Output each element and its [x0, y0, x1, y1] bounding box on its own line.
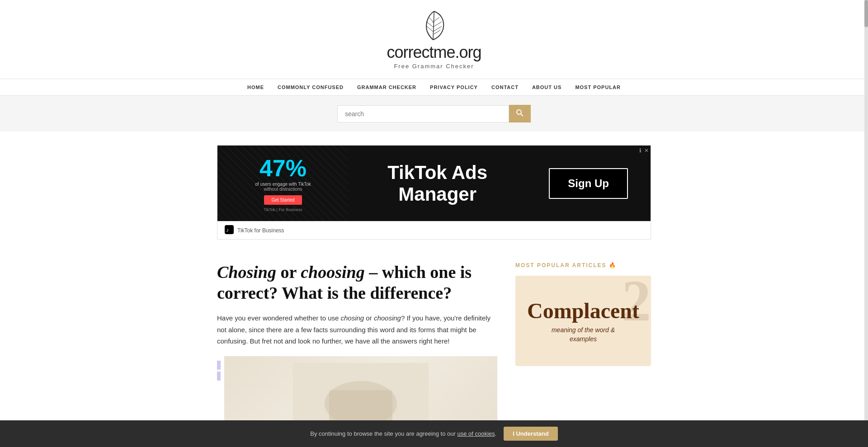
ad-info-icon[interactable]: ℹ [639, 147, 642, 154]
scrollbar[interactable] [864, 0, 868, 447]
cookie-accept-button[interactable]: I Understand [504, 427, 557, 441]
ad-signup-button[interactable]: Sign Up [549, 168, 628, 199]
search-input[interactable] [337, 105, 509, 122]
site-header: correctme.org Free Grammar Checker [0, 0, 868, 74]
site-logo-text[interactable]: correctme.org [387, 43, 481, 62]
sidebar: MOST POPULAR ARTICLES 🔥 2 Complacent mea… [515, 262, 651, 438]
article-intro: Have you ever wondered whether to use ch… [217, 312, 497, 347]
scrollbar-thumb[interactable] [864, 0, 868, 27]
nav-commonly-confused[interactable]: COMMONLY CONFUSED [278, 85, 344, 90]
ad-middle: TikTok Ads Manager [349, 153, 526, 214]
nav-grammar-checker[interactable]: GRAMMAR CHECKER [357, 85, 416, 90]
nav-privacy-policy[interactable]: PRIVACY POLICY [430, 85, 478, 90]
ad-line1: of users engage with TikTok [255, 182, 311, 187]
ad-close-icon[interactable]: ✕ [644, 147, 649, 154]
search-icon [516, 109, 524, 117]
svg-line-1 [521, 114, 523, 116]
ad-percent: 47% [259, 155, 307, 182]
ad-right: Sign Up [526, 159, 651, 208]
side-bars [217, 356, 224, 381]
main-content: Chosing or choosing – which one is corre… [217, 262, 497, 438]
sidebar-card-subtitle: meaning of the word &examples [552, 326, 615, 343]
cookie-text: By continuing to browse the site you are… [310, 430, 496, 437]
ad-banner: ℹ ✕ 47% of users engage with TikTok with… [217, 145, 651, 240]
tiktok-icon: ♪ [225, 225, 234, 234]
ad-controls: ℹ ✕ [639, 147, 649, 154]
cookie-banner: By continuing to browse the site you are… [0, 420, 868, 447]
main-nav: HOME COMMONLY CONFUSED GRAMMAR CHECKER P… [0, 79, 868, 96]
search-bar [0, 96, 868, 132]
article-title-chosing: Chosing [217, 263, 276, 282]
svg-rect-6 [329, 390, 392, 422]
ad-get-started-button[interactable]: Get Started [264, 195, 302, 205]
article-title: Chosing or choosing – which one is corre… [217, 262, 497, 303]
sidebar-title: MOST POPULAR ARTICLES 🔥 [515, 262, 651, 268]
sidebar-card-word: Complacent [527, 298, 639, 323]
nav-most-popular[interactable]: MOST POPULAR [575, 85, 621, 90]
logo-area: correctme.org Free Grammar Checker [0, 9, 868, 70]
article-title-choosing: choosing [301, 263, 364, 282]
site-tagline: Free Grammar Checker [394, 63, 474, 70]
ad-line2: without distractions [264, 187, 302, 192]
svg-text:♪: ♪ [226, 227, 229, 233]
ad-logo: TikTok | For Business [264, 207, 302, 212]
content-area: Chosing or choosing – which one is corre… [217, 253, 651, 447]
article-title-connector: or [276, 263, 301, 282]
sidebar-popular-card[interactable]: 2 Complacent meaning of the word &exampl… [515, 276, 651, 366]
svg-point-0 [517, 110, 521, 114]
search-button[interactable] [509, 105, 531, 122]
feather-icon [420, 9, 448, 41]
side-bar-1 [217, 361, 221, 370]
nav-about-us[interactable]: ABOUT US [532, 85, 561, 90]
ad-footer: ♪ TikTok for Business [217, 221, 651, 239]
ad-footer-logo: ♪ [225, 225, 234, 235]
cookie-link[interactable]: use of cookies [458, 430, 495, 437]
side-bar-2 [217, 372, 221, 381]
nav-contact[interactable]: CONTACT [491, 85, 519, 90]
nav-home[interactable]: HOME [247, 85, 264, 90]
ad-footer-text: TikTok for Business [237, 227, 284, 234]
ad-title: TikTok Ads Manager [358, 162, 517, 205]
